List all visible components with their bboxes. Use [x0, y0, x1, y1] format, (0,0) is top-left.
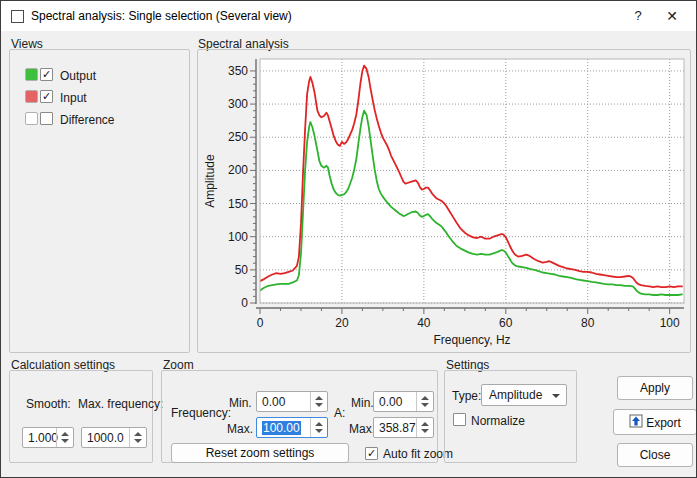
smooth-spin-buttons [56, 428, 73, 447]
views-group: ✓ Output ✓ Input Difference [9, 49, 190, 353]
spin-up-icon[interactable] [315, 422, 323, 426]
spin-up-icon[interactable] [134, 432, 142, 436]
svg-text:350: 350 [228, 64, 248, 78]
svg-text:20: 20 [335, 316, 349, 330]
frequency-min-value: 0.00 [262, 395, 285, 409]
input-color-swatch[interactable] [25, 90, 38, 103]
type-label: Type: [452, 389, 481, 403]
type-dropdown[interactable]: Amplitude [481, 384, 567, 406]
a-max-spinbox[interactable]: 358.87 [373, 417, 434, 438]
a-min-label: Min. [351, 396, 374, 410]
type-dropdown-value: Amplitude [489, 388, 542, 402]
a-max-label: Max. [349, 422, 375, 436]
export-icon [629, 414, 643, 428]
svg-text:150: 150 [228, 197, 248, 211]
svg-text:0: 0 [241, 296, 248, 310]
apply-button[interactable]: Apply [617, 376, 693, 400]
auto-fit-zoom-checkbox[interactable]: ✓ [365, 447, 378, 460]
spectral-chart[interactable]: 050100150200250300350020406080100Frequen… [198, 51, 690, 351]
a-min-value: 0.00 [379, 395, 402, 409]
svg-text:50: 50 [235, 263, 249, 277]
spin-down-icon[interactable] [315, 429, 323, 433]
smooth-label: Smooth: [26, 397, 71, 411]
window-title: Spectral analysis: Single selection (Sev… [31, 9, 292, 23]
window-icon [11, 10, 24, 23]
output-label: Output [60, 69, 96, 83]
svg-text:200: 200 [228, 163, 248, 177]
svg-text:60: 60 [499, 316, 513, 330]
max-frequency-value: 1000.0 [87, 431, 124, 445]
titlebar[interactable]: Spectral analysis: Single selection (Sev… [1, 1, 696, 31]
calculation-group: Smooth: Max. frequency: 1.000 1000.0 [9, 370, 153, 463]
max-frequency-spinbox[interactable]: 1000.0 [81, 427, 147, 448]
smooth-spinbox[interactable]: 1.000 [22, 427, 74, 448]
zoom-group: Frequency: Min. 0.00 Max. 100.00 A: Min.… [161, 370, 438, 463]
svg-text:Amplitude: Amplitude [203, 154, 217, 208]
frequency-label: Frequency: [171, 406, 231, 420]
spin-down-icon[interactable] [134, 439, 142, 443]
spin-up-icon[interactable] [315, 396, 323, 400]
normalize-checkbox[interactable] [453, 413, 466, 426]
frequency-min-spin-buttons [310, 392, 327, 411]
a-max-value: 358.87 [379, 421, 416, 435]
difference-color-swatch[interactable] [25, 112, 38, 125]
a-min-spinbox[interactable]: 0.00 [373, 391, 434, 412]
frequency-max-value: 100.00 [262, 421, 301, 435]
chevron-down-icon [552, 394, 560, 398]
svg-text:250: 250 [228, 130, 248, 144]
auto-fit-zoom-label: Auto fit zoom [383, 447, 453, 461]
max-frequency-label: Max. frequency: [78, 397, 163, 411]
normalize-label: Normalize [471, 414, 525, 428]
output-checkbox[interactable]: ✓ [40, 68, 53, 81]
smooth-value: 1.000 [28, 431, 58, 445]
svg-text:300: 300 [228, 97, 248, 111]
settings-group: Type: Amplitude Normalize [444, 370, 577, 463]
frequency-max-spin-buttons [310, 418, 327, 437]
svg-text:100: 100 [660, 316, 680, 330]
svg-text:Frequency, Hz: Frequency, Hz [433, 333, 510, 347]
help-button[interactable]: ? [629, 7, 647, 25]
spin-down-icon[interactable] [421, 429, 429, 433]
reset-zoom-button[interactable]: Reset zoom settings [171, 443, 349, 463]
input-checkbox[interactable]: ✓ [40, 90, 53, 103]
export-button-label: Export [646, 411, 681, 435]
svg-text:40: 40 [417, 316, 431, 330]
close-button[interactable]: Close [617, 443, 693, 467]
spin-down-icon[interactable] [315, 403, 323, 407]
svg-text:100: 100 [228, 230, 248, 244]
freq-min-label: Min. [229, 396, 252, 410]
output-color-swatch[interactable] [25, 68, 38, 81]
spin-up-icon[interactable] [421, 422, 429, 426]
freq-max-label: Max. [227, 422, 253, 436]
spin-down-icon[interactable] [61, 439, 69, 443]
spectral-analysis-dialog: Spectral analysis: Single selection (Sev… [0, 0, 697, 478]
max-frequency-spin-buttons [129, 428, 146, 447]
spin-down-icon[interactable] [421, 403, 429, 407]
difference-checkbox[interactable] [40, 112, 53, 125]
frequency-max-spinbox[interactable]: 100.00 [256, 417, 328, 438]
a-max-spin-buttons [416, 418, 433, 437]
export-button[interactable]: Export [613, 409, 697, 435]
spin-up-icon[interactable] [421, 396, 429, 400]
a-min-spin-buttons [416, 392, 433, 411]
frequency-min-spinbox[interactable]: 0.00 [256, 391, 328, 412]
input-label: Input [60, 91, 87, 105]
close-window-button[interactable]: ✕ [663, 7, 681, 25]
a-axis-label: A: [334, 406, 345, 420]
svg-text:80: 80 [581, 316, 595, 330]
difference-label: Difference [60, 113, 114, 127]
spin-up-icon[interactable] [61, 432, 69, 436]
svg-text:0: 0 [257, 316, 264, 330]
